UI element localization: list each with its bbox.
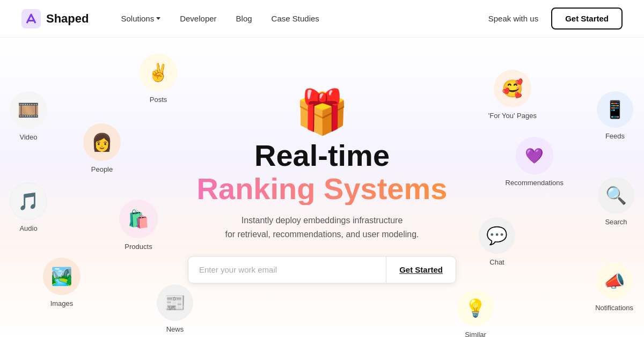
svg-rect-0 bbox=[21, 9, 41, 28]
chat-label: Chat bbox=[489, 258, 504, 266]
images-item: 🏞️ Images bbox=[43, 258, 80, 307]
foryou-circle: 🥰 bbox=[494, 70, 531, 107]
nav-blog[interactable]: Blog bbox=[236, 14, 252, 23]
recommendations-circle: 💜 bbox=[516, 137, 553, 174]
images-label: Images bbox=[50, 299, 74, 307]
similar-label: Similar bbox=[465, 331, 486, 337]
hero-center: 🎁 Real-time Ranking Systems Instantly de… bbox=[188, 91, 456, 283]
search-circle: 🔍 bbox=[598, 177, 634, 214]
chat-circle: 💬 bbox=[479, 217, 515, 254]
search-item: 🔍 Search bbox=[598, 177, 634, 226]
get-started-cta-button[interactable]: Get Started bbox=[386, 257, 456, 283]
notifications-item: 📣 Notifications bbox=[595, 263, 633, 312]
hero-subtext: Instantly deploy embeddings infrastructu… bbox=[188, 214, 456, 241]
video-label: Video bbox=[19, 133, 37, 141]
recommendations-item: 💜 Recommendations bbox=[506, 137, 564, 187]
speak-with-us-link[interactable]: Speak with us bbox=[488, 14, 538, 23]
nav-links: Solutions Developer Blog Case Studies bbox=[121, 14, 488, 23]
svg-rect-1 bbox=[28, 20, 34, 21]
notifications-circle: 📣 bbox=[596, 263, 633, 299]
products-circle: 🛍️ bbox=[119, 200, 158, 238]
notifications-label: Notifications bbox=[595, 304, 633, 312]
get-started-nav-button[interactable]: Get Started bbox=[551, 8, 623, 30]
similar-item: 💡 Similar bbox=[457, 290, 494, 337]
news-item: 📰 News bbox=[157, 284, 193, 333]
search-label: Search bbox=[605, 218, 627, 226]
products-label: Products bbox=[125, 243, 152, 251]
posts-circle: ✌️ bbox=[140, 54, 177, 91]
recommendations-label: Recommendations bbox=[506, 179, 564, 187]
logo-icon bbox=[21, 9, 41, 28]
video-circle: 🎞️ bbox=[10, 91, 47, 129]
audio-label: Audio bbox=[19, 224, 37, 232]
heading-ranking: Ranking Systems bbox=[188, 172, 456, 206]
news-circle: 📰 bbox=[157, 284, 193, 321]
foryou-label: 'For You' Pages bbox=[488, 112, 537, 120]
navbar: Shaped Solutions Developer Blog Case Stu… bbox=[0, 0, 644, 38]
nav-developer[interactable]: Developer bbox=[180, 14, 216, 23]
nav-case-studies[interactable]: Case Studies bbox=[272, 14, 319, 23]
email-input[interactable] bbox=[188, 257, 386, 283]
chat-item: 💬 Chat bbox=[479, 217, 515, 266]
feeds-circle: 📱 bbox=[597, 91, 633, 128]
feeds-item: 📱 Feeds bbox=[597, 91, 633, 140]
hero-section: 🎞️ Video 👩 People 🎵 Audio 🛍️ Products 🏞️… bbox=[0, 38, 644, 337]
audio-circle: 🎵 bbox=[10, 182, 47, 220]
posts-item: ✌️ Posts bbox=[140, 54, 177, 104]
gift-emoji: 🎁 bbox=[188, 91, 456, 134]
foryou-item: 🥰 'For You' Pages bbox=[488, 70, 537, 120]
people-label: People bbox=[91, 165, 113, 173]
images-circle: 🏞️ bbox=[43, 258, 80, 295]
feeds-label: Feeds bbox=[605, 132, 625, 140]
similar-circle: 💡 bbox=[457, 290, 494, 326]
chevron-down-icon bbox=[156, 17, 160, 20]
nav-solutions[interactable]: Solutions bbox=[121, 14, 160, 23]
posts-label: Posts bbox=[150, 96, 167, 104]
people-circle: 👩 bbox=[83, 123, 121, 161]
heading-realtime: Real-time bbox=[188, 139, 456, 172]
logo[interactable]: Shaped bbox=[21, 9, 89, 28]
products-item: 🛍️ Products bbox=[119, 200, 158, 251]
audio-item: 🎵 Audio bbox=[10, 182, 47, 232]
news-label: News bbox=[166, 325, 184, 333]
logo-text: Shaped bbox=[46, 12, 89, 26]
email-form: Get Started bbox=[188, 257, 456, 284]
video-item: 🎞️ Video bbox=[10, 91, 47, 141]
nav-right: Speak with us Get Started bbox=[488, 8, 623, 30]
people-item: 👩 People bbox=[83, 123, 121, 173]
